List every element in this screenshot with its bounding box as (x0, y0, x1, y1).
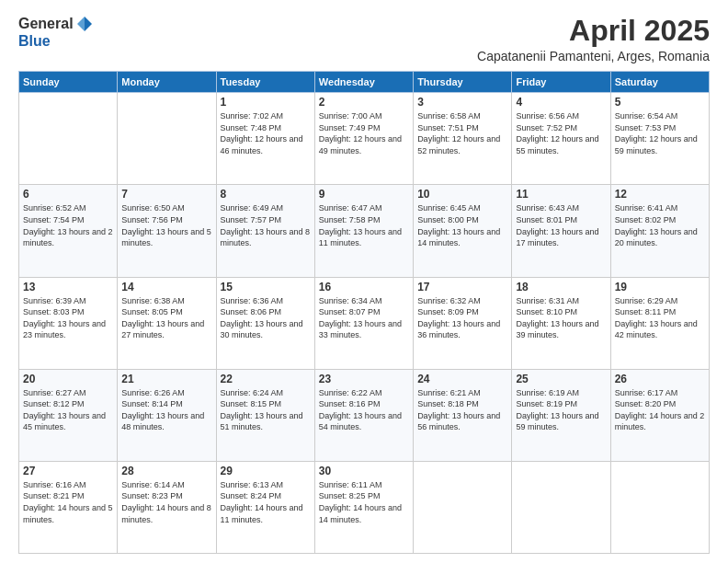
logo-general: General (18, 16, 74, 32)
calendar-cell: 16Sunrise: 6:34 AM Sunset: 8:07 PM Dayli… (314, 277, 413, 369)
calendar-cell (118, 93, 216, 185)
day-info: Sunrise: 6:31 AM Sunset: 8:10 PM Dayligh… (516, 295, 606, 341)
day-info: Sunrise: 6:36 AM Sunset: 8:06 PM Dayligh… (221, 295, 311, 341)
day-number: 3 (417, 96, 507, 109)
day-info: Sunrise: 6:54 AM Sunset: 7:53 PM Dayligh… (615, 110, 705, 156)
day-info: Sunrise: 6:14 AM Sunset: 8:23 PM Dayligh… (121, 479, 211, 525)
col-sunday: Sunday (19, 72, 118, 93)
calendar-cell: 14Sunrise: 6:38 AM Sunset: 8:05 PM Dayli… (118, 277, 216, 369)
day-info: Sunrise: 6:26 AM Sunset: 8:14 PM Dayligh… (121, 387, 211, 433)
day-info: Sunrise: 7:00 AM Sunset: 7:49 PM Dayligh… (319, 110, 409, 156)
calendar-week-0: 1Sunrise: 7:02 AM Sunset: 7:48 PM Daylig… (19, 93, 710, 185)
day-info: Sunrise: 6:11 AM Sunset: 8:25 PM Dayligh… (319, 479, 409, 525)
day-number: 10 (417, 188, 507, 201)
day-info: Sunrise: 6:45 AM Sunset: 8:00 PM Dayligh… (417, 202, 507, 248)
calendar-cell: 2Sunrise: 7:00 AM Sunset: 7:49 PM Daylig… (314, 93, 413, 185)
day-info: Sunrise: 6:34 AM Sunset: 8:07 PM Dayligh… (319, 295, 409, 341)
day-number: 2 (319, 96, 409, 109)
calendar-cell: 24Sunrise: 6:21 AM Sunset: 8:18 PM Dayli… (414, 369, 512, 461)
day-number: 19 (615, 281, 705, 293)
svg-marker-0 (85, 17, 92, 31)
calendar-cell: 5Sunrise: 6:54 AM Sunset: 7:53 PM Daylig… (610, 93, 709, 185)
title-block: April 2025 Capatanenii Pamanteni, Arges,… (477, 15, 710, 63)
calendar-cell (414, 461, 512, 553)
day-info: Sunrise: 6:24 AM Sunset: 8:15 PM Dayligh… (221, 387, 311, 433)
calendar-week-1: 6Sunrise: 6:52 AM Sunset: 7:54 PM Daylig… (19, 185, 710, 277)
calendar-cell: 1Sunrise: 7:02 AM Sunset: 7:48 PM Daylig… (216, 93, 314, 185)
calendar-cell: 6Sunrise: 6:52 AM Sunset: 7:54 PM Daylig… (19, 185, 118, 277)
calendar-table: Sunday Monday Tuesday Wednesday Thursday… (18, 71, 710, 554)
day-info: Sunrise: 6:47 AM Sunset: 7:58 PM Dayligh… (319, 202, 409, 248)
day-info: Sunrise: 6:38 AM Sunset: 8:05 PM Dayligh… (121, 295, 211, 341)
day-number: 29 (221, 465, 311, 477)
calendar-week-4: 27Sunrise: 6:16 AM Sunset: 8:21 PM Dayli… (19, 461, 710, 553)
calendar-cell: 30Sunrise: 6:11 AM Sunset: 8:25 PM Dayli… (314, 461, 413, 553)
calendar-cell: 18Sunrise: 6:31 AM Sunset: 8:10 PM Dayli… (512, 277, 610, 369)
day-number: 22 (221, 373, 311, 385)
logo-block: General Blue (18, 15, 94, 50)
calendar-cell: 25Sunrise: 6:19 AM Sunset: 8:19 PM Dayli… (512, 369, 610, 461)
day-info: Sunrise: 6:21 AM Sunset: 8:18 PM Dayligh… (417, 387, 507, 433)
calendar-cell: 8Sunrise: 6:49 AM Sunset: 7:57 PM Daylig… (216, 185, 314, 277)
logo-blue: Blue (18, 33, 94, 50)
day-info: Sunrise: 6:39 AM Sunset: 8:03 PM Dayligh… (23, 295, 113, 341)
day-info: Sunrise: 6:17 AM Sunset: 8:20 PM Dayligh… (615, 387, 705, 433)
day-number: 4 (516, 96, 606, 109)
calendar-cell: 28Sunrise: 6:14 AM Sunset: 8:23 PM Dayli… (118, 461, 216, 553)
calendar-cell: 4Sunrise: 6:56 AM Sunset: 7:52 PM Daylig… (512, 93, 610, 185)
day-info: Sunrise: 6:22 AM Sunset: 8:16 PM Dayligh… (319, 387, 409, 433)
day-info: Sunrise: 6:27 AM Sunset: 8:12 PM Dayligh… (23, 387, 113, 433)
day-info: Sunrise: 6:32 AM Sunset: 8:09 PM Dayligh… (417, 295, 507, 341)
day-number: 13 (23, 281, 113, 293)
month-title: April 2025 (477, 15, 710, 47)
logo: General Blue (18, 15, 94, 50)
calendar-cell: 11Sunrise: 6:43 AM Sunset: 8:01 PM Dayli… (512, 185, 610, 277)
calendar-cell: 17Sunrise: 6:32 AM Sunset: 8:09 PM Dayli… (414, 277, 512, 369)
col-friday: Friday (512, 72, 610, 93)
calendar-cell (512, 461, 610, 553)
header: General Blue April 2025 Capatanenii Pama… (18, 15, 710, 63)
calendar-cell (610, 461, 709, 553)
day-number: 7 (121, 188, 211, 201)
day-number: 6 (23, 188, 113, 201)
day-number: 20 (23, 373, 113, 385)
calendar-cell: 12Sunrise: 6:41 AM Sunset: 8:02 PM Dayli… (610, 185, 709, 277)
subtitle: Capatanenii Pamanteni, Arges, Romania (477, 49, 710, 63)
day-info: Sunrise: 6:29 AM Sunset: 8:11 PM Dayligh… (615, 295, 705, 341)
calendar-cell: 21Sunrise: 6:26 AM Sunset: 8:14 PM Dayli… (118, 369, 216, 461)
day-number: 9 (319, 188, 409, 201)
calendar-cell (19, 93, 118, 185)
day-number: 18 (516, 281, 606, 293)
day-number: 14 (121, 281, 211, 293)
calendar-cell: 19Sunrise: 6:29 AM Sunset: 8:11 PM Dayli… (610, 277, 709, 369)
day-info: Sunrise: 6:56 AM Sunset: 7:52 PM Dayligh… (516, 110, 606, 156)
day-number: 23 (319, 373, 409, 385)
day-number: 15 (221, 281, 311, 293)
day-info: Sunrise: 6:50 AM Sunset: 7:56 PM Dayligh… (121, 202, 211, 248)
calendar-cell: 9Sunrise: 6:47 AM Sunset: 7:58 PM Daylig… (314, 185, 413, 277)
day-number: 5 (615, 96, 705, 109)
calendar-cell: 23Sunrise: 6:22 AM Sunset: 8:16 PM Dayli… (314, 369, 413, 461)
col-tuesday: Tuesday (216, 72, 314, 93)
calendar-header: Sunday Monday Tuesday Wednesday Thursday… (19, 72, 710, 93)
header-row: Sunday Monday Tuesday Wednesday Thursday… (19, 72, 710, 93)
col-wednesday: Wednesday (314, 72, 413, 93)
day-number: 27 (23, 465, 113, 477)
page: General Blue April 2025 Capatanenii Pama… (0, 0, 728, 563)
day-info: Sunrise: 6:43 AM Sunset: 8:01 PM Dayligh… (516, 202, 606, 248)
day-info: Sunrise: 6:52 AM Sunset: 7:54 PM Dayligh… (23, 202, 113, 248)
day-info: Sunrise: 6:19 AM Sunset: 8:19 PM Dayligh… (516, 387, 606, 433)
calendar-week-2: 13Sunrise: 6:39 AM Sunset: 8:03 PM Dayli… (19, 277, 710, 369)
calendar-cell: 3Sunrise: 6:58 AM Sunset: 7:51 PM Daylig… (414, 93, 512, 185)
logo-row: General (18, 15, 94, 33)
svg-marker-1 (77, 17, 85, 31)
calendar-cell: 26Sunrise: 6:17 AM Sunset: 8:20 PM Dayli… (610, 369, 709, 461)
logo-icon (75, 15, 94, 33)
day-info: Sunrise: 6:49 AM Sunset: 7:57 PM Dayligh… (221, 202, 311, 248)
day-info: Sunrise: 6:16 AM Sunset: 8:21 PM Dayligh… (23, 479, 113, 525)
day-number: 21 (121, 373, 211, 385)
calendar-cell: 7Sunrise: 6:50 AM Sunset: 7:56 PM Daylig… (118, 185, 216, 277)
calendar-cell: 22Sunrise: 6:24 AM Sunset: 8:15 PM Dayli… (216, 369, 314, 461)
calendar-week-3: 20Sunrise: 6:27 AM Sunset: 8:12 PM Dayli… (19, 369, 710, 461)
day-info: Sunrise: 6:58 AM Sunset: 7:51 PM Dayligh… (417, 110, 507, 156)
